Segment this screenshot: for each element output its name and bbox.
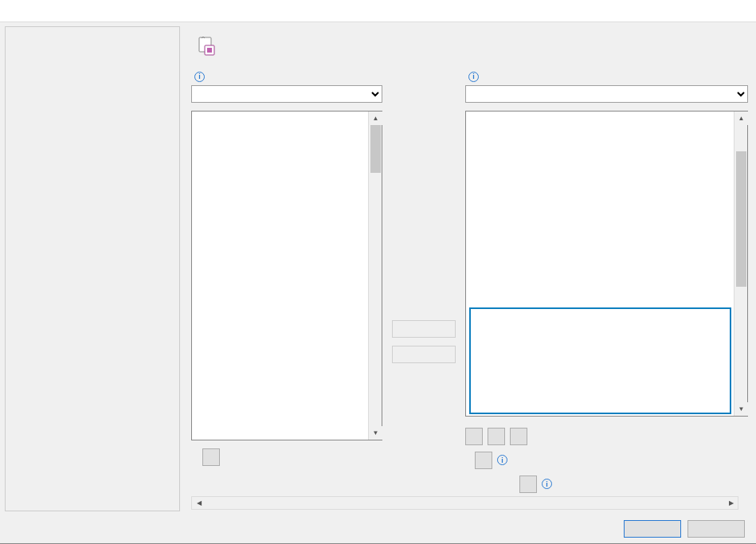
- scroll-up-icon[interactable]: ▲: [734, 112, 748, 125]
- info-icon[interactable]: i: [194, 72, 205, 82]
- choose-commands-label: i: [191, 72, 382, 82]
- new-tab-button[interactable]: [465, 428, 483, 445]
- ribbon-target-combo[interactable]: [465, 85, 748, 103]
- cancel-button[interactable]: [687, 520, 745, 538]
- add-button: [392, 320, 456, 338]
- commands-listbox[interactable]: ▲ ▼: [191, 111, 382, 440]
- svg-rect-2: [207, 48, 212, 53]
- info-icon[interactable]: i: [542, 479, 552, 489]
- customize-ribbon-label: i: [465, 72, 748, 82]
- title-bar: [0, 0, 756, 22]
- scroll-thumb[interactable]: [736, 151, 746, 287]
- scroll-right-icon[interactable]: ▶: [724, 496, 738, 510]
- commands-scrollbar[interactable]: ▲ ▼: [368, 112, 382, 440]
- rename-button[interactable]: [510, 428, 527, 445]
- import-export-button[interactable]: [519, 476, 537, 493]
- scroll-up-icon[interactable]: ▲: [369, 112, 382, 125]
- ribbon-tree[interactable]: ▲ ▼: [465, 111, 748, 417]
- ribbon-customize-icon: [196, 35, 218, 57]
- scroll-left-icon[interactable]: ◀: [192, 496, 206, 510]
- ok-button[interactable]: [624, 520, 681, 538]
- scroll-thumb[interactable]: [370, 125, 381, 173]
- reset-button[interactable]: [475, 452, 492, 469]
- horizontal-scrollbar[interactable]: ◀ ▶: [191, 496, 738, 510]
- new-group-button[interactable]: [488, 428, 505, 445]
- scroll-down-icon[interactable]: ▼: [734, 402, 748, 416]
- tree-scrollbar[interactable]: ▲ ▼: [734, 112, 747, 416]
- info-icon[interactable]: i: [497, 455, 507, 465]
- scroll-down-icon[interactable]: ▼: [369, 426, 382, 440]
- category-sidebar: [5, 26, 180, 511]
- info-icon[interactable]: i: [468, 72, 479, 82]
- commands-source-combo[interactable]: [191, 85, 382, 103]
- remove-button: [392, 346, 456, 363]
- customize-shortcuts-button[interactable]: [202, 448, 220, 466]
